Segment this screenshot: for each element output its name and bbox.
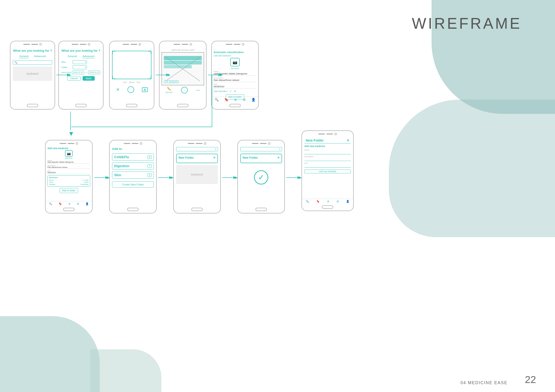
search-title-1: What are you looking for ? — [13, 49, 52, 53]
camera-icon-5: 📷 — [233, 60, 237, 64]
reminder-repeat-row: Repeat Everyday — [49, 183, 88, 185]
date-from[interactable]: 2018-12-11 — [72, 71, 84, 74]
label-who: Who — [61, 61, 73, 63]
tab-row-2: General Advanced — [61, 55, 101, 58]
nav-add-6[interactable]: ⊕ — [68, 202, 71, 205]
field-name-6: Name Advil-Ibuprofen Tablets 200mg/1me — [47, 160, 90, 164]
home-btn-7[interactable] — [127, 208, 139, 211]
image-icon: 🖼 — [144, 88, 146, 91]
nav-person-10[interactable]: 👤 — [346, 200, 350, 203]
status-bar-6 — [46, 140, 92, 146]
home-btn-3[interactable] — [126, 104, 138, 107]
folder-item-skin[interactable]: Skin 5 — [112, 171, 154, 178]
connector-horiz-mid — [71, 127, 212, 127]
home-btn-4[interactable] — [177, 104, 189, 107]
close-folder-9[interactable]: ✕ — [277, 156, 280, 159]
tab-advanced-1[interactable]: Advanced — [34, 55, 46, 58]
field-name-10: Name — [304, 149, 351, 154]
camera-icon-6: 📷 — [67, 152, 71, 155]
home-btn-8[interactable] — [191, 208, 203, 211]
nav-search-10[interactable]: 🔍 — [306, 200, 309, 203]
tab-general-1[interactable]: General — [19, 55, 29, 58]
x-icon-5[interactable]: ✕ — [234, 90, 236, 93]
check-circle-9[interactable]: ✓ — [254, 170, 268, 185]
create-folder-label[interactable]: Create New Folder — [112, 181, 154, 188]
home-btn-10[interactable] — [322, 205, 333, 209]
folder-name-coldflu: Cold&Flu — [114, 155, 129, 159]
form-row-folder: Folder ▼ — [61, 65, 101, 69]
nav-grid-5[interactable]: ⊞ — [243, 98, 246, 101]
field-desc-5: Description Pain reliever/Fever reducer — [214, 77, 256, 82]
select-folder[interactable]: ▼ — [73, 65, 87, 69]
status-bar-8 — [174, 140, 220, 146]
keyboard-area-1: keyboard — [13, 67, 52, 81]
reminder-dose-row: Dose 1 / time — [49, 179, 88, 181]
camera-mode-label: text photo text — [112, 81, 152, 84]
photo-placeholder-6[interactable]: 📷 — [65, 150, 73, 157]
home-btn-6[interactable] — [63, 208, 74, 211]
apply-button-2[interactable]: Apply — [83, 76, 95, 81]
nav-search-6[interactable]: 🔍 — [49, 202, 52, 205]
bg-decor-bottom-mid — [90, 349, 161, 392]
folder-item-coldflu[interactable]: Cold&Flu 6 — [112, 153, 154, 161]
nav-bookmark-10[interactable]: 🔖 — [316, 200, 320, 203]
add-schedule-btn-10[interactable]: Add new schedule — [304, 170, 351, 173]
search-bar-1[interactable]: 🔍 — [13, 60, 52, 65]
tab-general-2[interactable]: General — [68, 55, 77, 58]
status-bar-9 — [238, 140, 284, 146]
edit-text-btn[interactable]: ✏️ Edit text — [166, 87, 173, 93]
edit-icon: ✏️ — [167, 87, 171, 91]
gallery-icon[interactable]: 🖼 — [142, 87, 148, 92]
nav-grid-6[interactable]: ⊞ — [77, 202, 79, 205]
arrowhead-1-2: ▶ — [67, 72, 70, 77]
form-row-who: Who ▼ — [61, 60, 101, 64]
next-arrow-btn[interactable]: → — [181, 87, 188, 93]
nav-search-5[interactable]: 🔍 — [215, 98, 219, 101]
check-icon-5[interactable]: ✓ — [230, 90, 232, 93]
folder-detail-close[interactable]: ✕ — [347, 138, 350, 142]
home-btn-1[interactable] — [27, 104, 38, 107]
dose-value: 1 / time — [82, 179, 88, 181]
time-label: Time — [49, 181, 53, 183]
highlight-box-3 — [164, 65, 192, 68]
corner-tr — [148, 51, 152, 54]
home-btn-9[interactable] — [256, 208, 267, 211]
nav-add-5[interactable]: ⊕ — [234, 98, 237, 101]
date-to[interactable]: 2018-01-31 — [88, 71, 100, 74]
back-arrow-5[interactable]: ‹ — [214, 48, 256, 50]
photo-placeholder-5[interactable]: 📷 — [230, 58, 240, 66]
tab-row-1: General Advanced — [13, 55, 52, 58]
home-btn-2[interactable] — [75, 104, 87, 107]
search-icon-1: 🔍 — [15, 61, 17, 64]
tab-advanced-2[interactable]: Advanced — [83, 55, 94, 58]
close-folder-8[interactable]: ✕ — [213, 156, 216, 159]
nav-add-10[interactable]: ⊕ — [327, 200, 329, 203]
arrowhead-4-5: ▶ — [218, 72, 221, 77]
new-folder-box-8: New Folder ✕ — [176, 154, 218, 163]
create-folder-btn-7[interactable]: Create New Folder — [112, 181, 154, 188]
close-icon[interactable]: ✕ — [116, 87, 120, 92]
shutter-button[interactable] — [127, 86, 134, 93]
corner-br — [148, 76, 152, 79]
nav-person-6[interactable]: 👤 — [86, 202, 89, 205]
nav-person-5[interactable]: 👤 — [251, 98, 256, 101]
new-folder-name-9[interactable]: New Folder — [243, 156, 258, 159]
scan-footer: ✏️ Edit text → next — [161, 85, 204, 95]
nav-bookmark-5[interactable]: 🔖 — [224, 98, 228, 101]
nav-grid-10[interactable]: ⊞ — [337, 200, 339, 203]
corner-tl — [112, 51, 115, 54]
exp-label-scan: EXP: 06/28/2022 — [164, 80, 179, 83]
add-folder-btn-6[interactable]: Add to folder — [59, 188, 78, 193]
folder-item-digestion[interactable]: Digestion 7 — [112, 163, 154, 170]
home-btn-5[interactable] — [229, 104, 241, 107]
folder-count-digestion: 7 — [147, 164, 152, 168]
folder-count-9: 6 — [240, 147, 282, 151]
nav-bookmark-6[interactable]: 🔖 — [59, 202, 62, 205]
repeat-label: Repeat — [49, 183, 55, 185]
status-bar-7 — [110, 140, 156, 146]
folder-count-skin: 5 — [147, 173, 152, 177]
new-folder-name-8[interactable]: New Folder — [178, 156, 194, 159]
phone-camera: text photo text ✕ 🖼 — [109, 41, 154, 110]
select-who[interactable]: ▼ — [73, 60, 87, 64]
camera-controls: ✕ 🖼 — [112, 85, 152, 94]
